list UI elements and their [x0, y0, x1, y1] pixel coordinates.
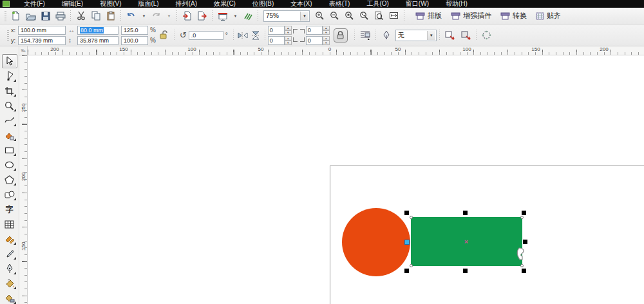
selection-handle-bottom-right[interactable]	[522, 269, 526, 273]
mirror-horizontal-button[interactable]	[236, 29, 249, 42]
vertical-ruler[interactable]: 250 200 150	[19, 55, 28, 304]
table-tool[interactable]	[2, 217, 17, 231]
corner-node[interactable]	[410, 264, 413, 267]
circle-shape[interactable]	[342, 208, 410, 276]
menu-window[interactable]: 窗口(W)	[397, 0, 437, 8]
eyedropper-tool[interactable]	[2, 247, 17, 261]
redo-dropdown[interactable]: ▼	[164, 9, 174, 23]
options-button[interactable]	[240, 9, 255, 23]
mirror-vertical-button[interactable]	[249, 29, 262, 42]
scale-h-field[interactable]: 125.0	[121, 26, 148, 35]
pick-tool[interactable]	[2, 54, 17, 68]
selection-handle-top-right[interactable]	[522, 211, 526, 215]
menu-edit[interactable]: 编辑(E)	[53, 0, 91, 8]
convert-outline-button[interactable]	[458, 28, 473, 43]
interactive-fill-tool[interactable]	[2, 291, 17, 304]
crop-tool[interactable]	[2, 84, 17, 98]
zoom-selected-button[interactable]	[342, 9, 357, 23]
zoom-tool[interactable]	[2, 99, 17, 113]
zoom-level-combo[interactable]: 75% ▼	[263, 10, 310, 22]
zoom-in-button[interactable]	[312, 9, 327, 23]
edit-corners-together-button[interactable]	[334, 28, 348, 43]
outline-width-combo[interactable]: 无 ▼	[395, 30, 437, 41]
cut-button[interactable]	[73, 9, 88, 23]
menu-view[interactable]: 视图(V)	[91, 0, 129, 8]
undo-dropdown[interactable]: ▼	[138, 9, 149, 23]
menu-tools[interactable]: 工具(O)	[358, 0, 397, 8]
menu-help[interactable]: 帮助(H)	[437, 0, 476, 8]
text-tool[interactable]: 字	[2, 202, 17, 216]
selection-handle-top-left[interactable]	[404, 211, 409, 215]
menu-effects[interactable]: 效果(C)	[205, 0, 244, 8]
corner-node[interactable]	[410, 216, 413, 219]
zoom-to-width-button[interactable]	[386, 9, 401, 23]
menu-text[interactable]: 文本(X)	[282, 0, 320, 8]
spin-down-icon[interactable]: ▼	[285, 30, 292, 35]
paste-button[interactable]	[103, 9, 118, 23]
polygon-tool[interactable]	[2, 173, 17, 187]
selection-handle-middle-right[interactable]	[523, 240, 527, 244]
menu-table[interactable]: 表格(T)	[321, 0, 359, 8]
redo-button[interactable]	[149, 9, 164, 23]
undo-button[interactable]	[124, 9, 138, 23]
corner-radius-tl-spinner[interactable]: 0 ▲▼	[268, 26, 292, 35]
lock-ratio-button[interactable]	[160, 30, 167, 41]
spin-down-icon[interactable]: ▼	[323, 41, 330, 45]
shape-tool[interactable]	[2, 69, 17, 83]
smart-fill-tool[interactable]	[2, 128, 17, 142]
horizontal-ruler[interactable]: 200 150 100 50 0 50 100 150 200	[28, 46, 644, 55]
zoom-to-page-button[interactable]	[372, 9, 386, 23]
toolbar-grip[interactable]	[5, 11, 6, 21]
spin-up-icon[interactable]: ▲	[323, 36, 330, 41]
spin-up-icon[interactable]: ▲	[285, 26, 292, 30]
scale-v-field[interactable]: 100.0	[121, 36, 148, 45]
menu-file[interactable]: 文件(F)	[15, 0, 53, 8]
dimension-tool[interactable]	[2, 232, 17, 246]
basic-shapes-tool[interactable]	[2, 187, 17, 202]
y-position-field[interactable]: 154.739 mm	[18, 36, 66, 45]
zoom-out-button[interactable]	[327, 9, 342, 23]
x-position-field[interactable]: 100.0 mm	[18, 26, 66, 35]
typesetting-button[interactable]: 排版	[411, 9, 446, 23]
rotation-angle-field[interactable]: .0	[189, 31, 223, 40]
snap-button[interactable]: 贴齐	[531, 9, 565, 23]
save-button[interactable]	[38, 9, 53, 23]
outline-pen-tool[interactable]	[2, 261, 17, 276]
export-button[interactable]	[194, 9, 209, 23]
new-document-button[interactable]	[8, 9, 23, 23]
corner-radius-tr-spinner[interactable]: 0 ▲▼	[306, 26, 330, 35]
menu-bitmaps[interactable]: 位图(B)	[244, 0, 282, 8]
fill-tool[interactable]	[2, 276, 17, 290]
copy-button[interactable]	[88, 9, 103, 23]
corner-radius-br-spinner[interactable]: 0 ▲▼	[306, 36, 330, 45]
wrap-text-button[interactable]	[357, 28, 373, 43]
outline-width-icon-button[interactable]	[379, 28, 394, 43]
rectangle-tool[interactable]	[2, 143, 17, 157]
drawing-canvas[interactable]: ×	[28, 55, 644, 304]
corner-radius-bl-spinner[interactable]: 0 ▲▼	[268, 36, 292, 45]
zoom-all-objects-button[interactable]	[357, 9, 372, 23]
application-launcher-button[interactable]	[215, 9, 230, 23]
selection-handle-bottom-left[interactable]	[404, 269, 409, 273]
spin-down-icon[interactable]: ▼	[285, 41, 292, 45]
propbar-grip[interactable]	[7, 30, 9, 41]
menu-layout[interactable]: 版面(L)	[129, 0, 167, 8]
launcher-dropdown[interactable]: ▼	[230, 9, 240, 23]
spin-down-icon[interactable]: ▼	[323, 30, 330, 35]
spin-up-icon[interactable]: ▲	[323, 26, 330, 30]
import-button[interactable]	[180, 9, 194, 23]
open-button[interactable]	[23, 9, 38, 23]
selection-handle-bottom-middle[interactable]	[463, 269, 468, 273]
menu-arrange[interactable]: 排列(A)	[167, 0, 205, 8]
convert-to-curves-button[interactable]	[442, 28, 458, 43]
ellipse-tool[interactable]	[2, 158, 17, 172]
ruler-origin[interactable]: ‰	[19, 46, 28, 55]
object-width-field[interactable]: 80.0 mm	[77, 26, 118, 35]
print-button[interactable]	[53, 9, 68, 23]
object-properties-button[interactable]	[479, 28, 495, 43]
convert-button[interactable]: 转换	[496, 9, 531, 23]
corner-node[interactable]	[520, 216, 524, 219]
freehand-tool[interactable]	[2, 113, 17, 128]
selection-handle-top-middle[interactable]	[463, 211, 468, 215]
spin-up-icon[interactable]: ▲	[285, 36, 292, 41]
